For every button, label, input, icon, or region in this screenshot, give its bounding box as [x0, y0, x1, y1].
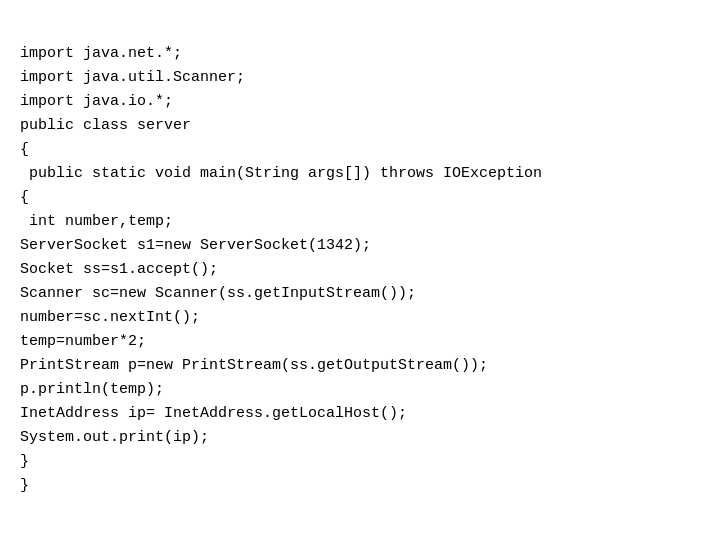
code-line-11: Scanner sc=new Scanner(ss.getInputStream… [20, 282, 700, 306]
code-line-7: { [20, 186, 700, 210]
code-line-1: import java.net.*; [20, 42, 700, 66]
code-line-2: import java.util.Scanner; [20, 66, 700, 90]
code-line-8: int number,temp; [20, 210, 700, 234]
code-editor: import java.net.*;import java.util.Scann… [20, 18, 700, 498]
code-line-9: ServerSocket s1=new ServerSocket(1342); [20, 234, 700, 258]
code-line-13: temp=number*2; [20, 330, 700, 354]
code-line-16: InetAddress ip= InetAddress.getLocalHost… [20, 402, 700, 426]
code-line-10: Socket ss=s1.accept(); [20, 258, 700, 282]
code-line-15: p.println(temp); [20, 378, 700, 402]
code-line-6: public static void main(String args[]) t… [20, 162, 700, 186]
code-line-14: PrintStream p=new PrintStream(ss.getOutp… [20, 354, 700, 378]
code-line-12: number=sc.nextInt(); [20, 306, 700, 330]
code-line-5: { [20, 138, 700, 162]
code-line-17: System.out.print(ip); [20, 426, 700, 450]
code-line-18: } [20, 450, 700, 474]
code-line-3: import java.io.*; [20, 90, 700, 114]
code-line-4: public class server [20, 114, 700, 138]
code-line-19: } [20, 474, 700, 498]
